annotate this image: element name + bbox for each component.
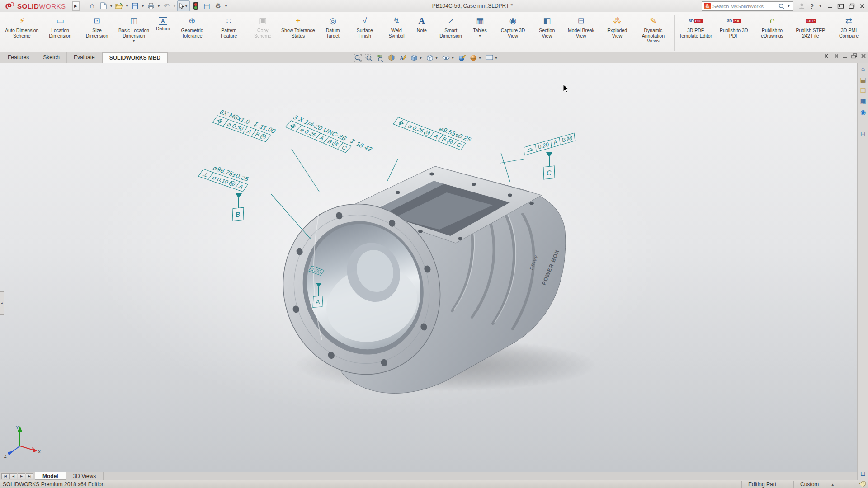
- options-list-button[interactable]: ▤: [202, 1, 212, 11]
- ribbon-button-publish-step-242[interactable]: STEPPublish STEP 242 File: [791, 14, 830, 52]
- chevron-down-icon[interactable]: ▾: [478, 56, 482, 60]
- first-tab-button[interactable]: |◀: [1, 473, 9, 479]
- chevron-down-icon[interactable]: ▾: [787, 4, 791, 8]
- ribbon-button-publish-to-edrawings[interactable]: ℮Publish to eDrawings: [753, 14, 792, 52]
- solidworks-resources-icon[interactable]: ⌂: [858, 63, 868, 74]
- feature-tree-collapsed-tab[interactable]: ◂: [0, 291, 4, 315]
- design-library-icon[interactable]: ▤: [858, 74, 868, 85]
- ribbon-button-3d-pmi-compare[interactable]: ⇄3D PMI Compare: [830, 14, 868, 52]
- settings-button[interactable]: ⚙: [213, 1, 224, 11]
- chevron-down-icon[interactable]: ▾: [133, 39, 135, 43]
- chevron-up-icon[interactable]: ▴: [830, 482, 835, 487]
- ribbon-button-surface-finish[interactable]: √Surface Finish: [348, 14, 381, 52]
- restore-document-icon[interactable]: [851, 53, 857, 59]
- ribbon-button-pattern-feature[interactable]: ∷Pattern Feature: [211, 14, 246, 52]
- close-button[interactable]: [859, 3, 865, 9]
- ribbon-button-model-break-view[interactable]: ⊟Model Break View: [562, 14, 600, 52]
- ribbon-button-publish-to-3d-pdf[interactable]: 3DPDFPublish to 3D PDF: [715, 14, 753, 52]
- chevron-down-icon[interactable]: ▾: [479, 34, 481, 38]
- ribbon-button-weld-symbol[interactable]: ↯Weld Symbol: [381, 14, 412, 52]
- chevron-down-icon[interactable]: ▾: [818, 4, 822, 8]
- chevron-down-icon[interactable]: ▾: [451, 56, 455, 60]
- datum-feature-b[interactable]: B: [232, 207, 244, 221]
- chevron-down-icon[interactable]: ▾: [157, 4, 161, 8]
- previous-document-icon[interactable]: [824, 53, 830, 59]
- search-icon[interactable]: [778, 3, 785, 9]
- chevron-down-icon[interactable]: ▾: [173, 4, 177, 8]
- ribbon-button-size-dimension[interactable]: ⊡Size Dimension: [80, 14, 115, 52]
- next-document-icon[interactable]: [833, 53, 839, 59]
- chevron-down-icon[interactable]: ▾: [141, 4, 145, 8]
- ribbon-button-basic-location-dimension[interactable]: ◫Basic Location Dimension▾: [115, 14, 153, 52]
- menu-flyout-arrow[interactable]: ▶: [72, 1, 80, 11]
- tab-solidworks-mbd[interactable]: SOLIDWORKS MBD: [102, 52, 168, 63]
- view-orientation-button[interactable]: ▾: [409, 53, 424, 62]
- search-input[interactable]: Search MySolidWorks: [712, 4, 777, 9]
- custom-properties-icon[interactable]: ≡: [858, 117, 868, 128]
- ribbon-button-smart-dimension[interactable]: ↗Smart Dimension: [432, 14, 470, 52]
- chevron-down-icon[interactable]: ▾: [125, 4, 129, 8]
- restore-window-button[interactable]: [849, 3, 855, 9]
- expand-task-pane-icon[interactable]: ⊞: [858, 468, 868, 479]
- rebuild-button[interactable]: [190, 1, 201, 11]
- ribbon-button-section-view[interactable]: ◧Section View: [532, 14, 562, 52]
- view-settings-button[interactable]: ▾: [484, 54, 499, 62]
- login-user-icon[interactable]: [798, 3, 805, 9]
- forum-icon[interactable]: ⊞: [858, 128, 868, 139]
- ribbon-button-exploded-view[interactable]: ⁂Exploded View: [600, 14, 634, 52]
- new-document-button[interactable]: [98, 1, 109, 11]
- previous-tab-button[interactable]: ◀: [9, 473, 17, 479]
- chevron-down-icon[interactable]: ▾: [109, 4, 113, 8]
- chevron-down-icon[interactable]: ▾: [494, 56, 498, 60]
- section-view-button[interactable]: [387, 53, 396, 62]
- view-palette-icon[interactable]: ▦: [858, 96, 868, 107]
- file-explorer-icon[interactable]: ❏: [858, 85, 868, 96]
- help-button[interactable]: ?: [810, 3, 814, 10]
- tab-features[interactable]: Features: [1, 52, 36, 63]
- ribbon-button-geometric-tolerance[interactable]: ⊕Geometric Tolerance: [173, 14, 211, 52]
- save-button[interactable]: [130, 1, 141, 11]
- edit-appearance-button[interactable]: [457, 53, 467, 62]
- previous-view-button[interactable]: [375, 53, 385, 62]
- ribbon-button-capture-3d-view[interactable]: ◉Capture 3D View: [494, 14, 532, 52]
- last-tab-button[interactable]: ▶|: [26, 473, 33, 479]
- undo-button[interactable]: ↶: [161, 1, 172, 11]
- datum-feature-a[interactable]: A: [312, 296, 323, 308]
- tab-evaluate[interactable]: Evaluate: [67, 52, 102, 63]
- datum-feature-c[interactable]: C: [543, 166, 555, 180]
- search-box[interactable]: My SW Search MySolidWorks ▾: [702, 1, 793, 11]
- chevron-down-icon[interactable]: ▾: [184, 4, 189, 8]
- print-button[interactable]: [146, 1, 156, 11]
- unit-system-selector[interactable]: Custom ▴: [800, 481, 835, 488]
- open-button[interactable]: [114, 1, 125, 11]
- home-button[interactable]: ⌂: [87, 1, 98, 11]
- minimize-button[interactable]: [827, 3, 833, 9]
- tab-sketch[interactable]: Sketch: [36, 52, 67, 63]
- ribbon-button-dynamic-annotation-views[interactable]: ✎Dynamic Annotation Views: [634, 14, 673, 52]
- hide-show-items-button[interactable]: ▾: [441, 53, 456, 62]
- ribbon-button-auto-dimension-scheme[interactable]: ⚡Auto Dimension Scheme: [3, 14, 41, 52]
- ribbon-button-show-tolerance-status[interactable]: ±Show Tolerance Status: [279, 14, 317, 52]
- minimize-document-icon[interactable]: [842, 53, 848, 59]
- chevron-down-icon[interactable]: ▾: [224, 4, 228, 8]
- dynamic-annotation-views-button[interactable]: A: [398, 53, 408, 62]
- appearances-scenes-icon[interactable]: ◉: [858, 107, 868, 117]
- ribbon-button-note[interactable]: ANote: [412, 14, 432, 52]
- next-tab-button[interactable]: ▶: [18, 473, 25, 479]
- tab-model[interactable]: Model: [35, 472, 66, 480]
- display-style-button[interactable]: ▾: [425, 53, 439, 62]
- graphics-viewport[interactable]: DRIVE POWER BOX 6X M8x1.0 ↧ 11.00 ⌀ 0.50…: [0, 63, 857, 472]
- tag-icon[interactable]: [859, 481, 866, 488]
- chevron-down-icon[interactable]: ▾: [419, 56, 423, 60]
- ribbon-button-location-dimension[interactable]: ▭Location Dimension: [41, 14, 80, 52]
- apply-scene-button[interactable]: ▾: [468, 53, 483, 62]
- span-displays-button[interactable]: [837, 3, 844, 9]
- chevron-down-icon[interactable]: ▾: [434, 56, 439, 60]
- zoom-to-fit-button[interactable]: [353, 53, 363, 62]
- ribbon-button-3d-pdf-template-editor[interactable]: 3DPDF3D PDF Template Editor: [676, 14, 715, 52]
- ribbon-button-datum[interactable]: ADatum: [153, 14, 173, 52]
- select-tool-button[interactable]: ▾: [177, 0, 190, 11]
- tab-3d-views[interactable]: 3D Views: [66, 472, 104, 480]
- ribbon-button-datum-target[interactable]: ◎Datum Target: [317, 14, 349, 52]
- close-document-icon[interactable]: [861, 53, 866, 59]
